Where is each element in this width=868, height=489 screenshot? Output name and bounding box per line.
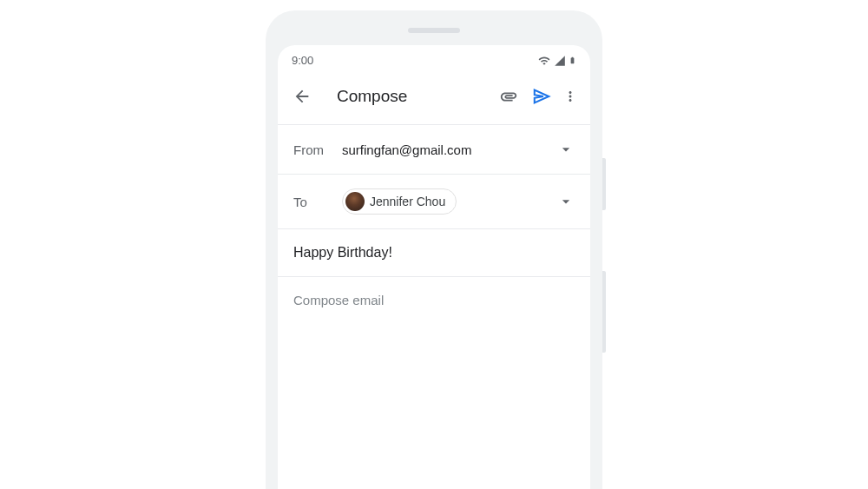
screen: 9:00 Compose From sur: [278, 45, 590, 489]
send-button[interactable]: [529, 84, 554, 109]
chevron-down-icon: [557, 193, 575, 210]
to-field[interactable]: To Jennifer Chou: [278, 175, 590, 228]
recipient-chip[interactable]: Jennifer Chou: [342, 188, 457, 215]
chevron-down-icon: [557, 141, 575, 158]
phone-frame: 9:00 Compose From sur: [266, 10, 602, 489]
to-value: Jennifer Chou: [342, 188, 557, 215]
status-time: 9:00: [292, 54, 313, 67]
arrow-back-icon: [293, 87, 312, 106]
recipient-name: Jennifer Chou: [370, 195, 445, 208]
status-bar: 9:00: [278, 45, 590, 72]
compose-body[interactable]: Compose email: [278, 277, 590, 451]
wifi-icon: [537, 55, 551, 67]
attach-button[interactable]: [496, 84, 521, 109]
from-field[interactable]: From surfingfan@gmail.com: [278, 125, 590, 174]
battery-icon: [569, 54, 576, 67]
subject-field[interactable]: Happy Birthday!: [278, 229, 590, 276]
phone-speaker: [408, 28, 460, 33]
from-label: From: [293, 142, 342, 157]
to-expand[interactable]: [557, 193, 575, 210]
overflow-button[interactable]: [562, 84, 578, 109]
status-icons: [537, 54, 576, 67]
avatar: [345, 192, 365, 211]
compose-toolbar: Compose: [278, 72, 590, 124]
to-label: To: [293, 195, 342, 209]
toolbar-title: Compose: [323, 87, 488, 106]
back-button[interactable]: [290, 84, 314, 109]
from-expand[interactable]: [557, 141, 575, 158]
attachment-icon: [499, 87, 518, 106]
cellular-icon: [554, 55, 566, 67]
more-vert-icon: [562, 87, 578, 106]
hardware-button-1: [602, 158, 606, 210]
hardware-button-2: [602, 271, 606, 353]
from-value: surfingfan@gmail.com: [342, 142, 557, 157]
send-icon: [532, 87, 551, 106]
